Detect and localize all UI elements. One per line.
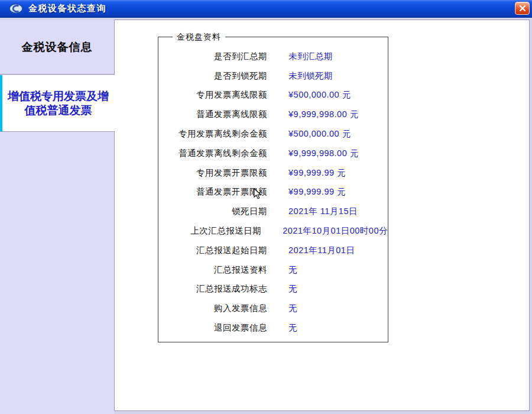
table-row: 退回发票信息 无 <box>158 318 388 338</box>
field-label: 汇总报送资料 <box>158 264 267 276</box>
table-row: 专用发票开票限额 ¥99,999.99 元 <box>158 163 388 183</box>
app-icon <box>9 4 23 14</box>
window-title: 金税设备状态查询 <box>28 3 106 14</box>
selected-tab-accent-bar <box>0 75 2 131</box>
field-label: 普通发票离线剩余金额 <box>158 148 267 159</box>
table-row: 普通发票离线剩余金额 ¥9,999,998.00 元 <box>158 144 388 163</box>
sidebar-item-label: 金税设备信息 <box>22 40 93 55</box>
field-label: 专用发票离线限额 <box>158 89 267 101</box>
field-label: 普通发票开票限额 <box>158 186 267 198</box>
table-row: 是否到锁死期 未到锁死期 <box>158 66 388 86</box>
table-row: 购入发票信息 无 <box>158 299 388 318</box>
field-value: 无 <box>288 322 297 334</box>
field-value: 无 <box>288 264 297 276</box>
field-label: 汇总报送起始日期 <box>158 245 267 256</box>
field-label: 专用发票开票限额 <box>158 167 267 179</box>
field-value: 无 <box>288 303 297 314</box>
field-label: 购入发票信息 <box>158 303 267 314</box>
field-value: 2021年10月01日00时00分 <box>283 225 388 237</box>
field-value: 无 <box>288 283 297 295</box>
field-label: 是否到锁死期 <box>158 70 267 82</box>
sidebar-item-label-line1: 增值税专用发票及增 <box>8 89 109 104</box>
golden-tax-disk-groupbox: 金税盘资料 是否到汇总期 未到汇总期 是否到锁死期 未到锁死期 专用发票离线限额… <box>158 37 388 342</box>
field-label: 上次汇总报送日期 <box>158 225 261 237</box>
field-value: 2021年 11月15日 <box>288 206 358 217</box>
field-value: 2021年11月01日 <box>288 245 355 256</box>
table-row: 上次汇总报送日期 2021年10月01日00时00分 <box>158 221 388 241</box>
field-label: 专用发票离线剩余金额 <box>158 128 267 140</box>
sidebar-filler <box>0 131 114 414</box>
table-row: 汇总报送起始日期 2021年11月01日 <box>158 241 388 260</box>
app-window: 金税设备状态查询 金税设备信息 增值税专用发票及增 值税普通发票 金税盘资料 是… <box>0 0 532 414</box>
field-value: ¥500,000.00 元 <box>288 128 351 140</box>
sidebar-item-vat-invoices[interactable]: 增值税专用发票及增 值税普通发票 <box>0 75 116 131</box>
table-row: 普通发票离线限额 ¥9,999,998.00 元 <box>158 105 388 124</box>
table-row: 专用发票离线剩余金额 ¥500,000.00 元 <box>158 124 388 144</box>
field-label: 锁死日期 <box>158 206 267 217</box>
field-value: ¥500,000.00 元 <box>288 89 351 101</box>
titlebar[interactable]: 金税设备状态查询 <box>0 0 532 18</box>
field-label: 是否到汇总期 <box>158 51 267 62</box>
field-label: 汇总报送成功标志 <box>158 283 267 295</box>
field-value: 未到汇总期 <box>288 51 333 62</box>
close-button[interactable] <box>515 2 530 15</box>
field-value: 未到锁死期 <box>288 70 333 82</box>
field-value: ¥99,999.99 元 <box>288 186 346 198</box>
table-row: 普通发票开票限额 ¥99,999.99 元 <box>158 183 388 202</box>
field-value: ¥9,999,998.00 元 <box>288 148 359 159</box>
table-row: 汇总报送成功标志 无 <box>158 280 388 299</box>
field-value: ¥99,999.99 元 <box>288 167 346 179</box>
table-row: 专用发票离线限额 ¥500,000.00 元 <box>158 86 388 105</box>
status-rows: 是否到汇总期 未到汇总期 是否到锁死期 未到锁死期 专用发票离线限额 ¥500,… <box>158 37 388 338</box>
table-row: 是否到汇总期 未到汇总期 <box>158 47 388 66</box>
field-label: 退回发票信息 <box>158 322 267 334</box>
sidebar-item-label-line2: 值税普通发票 <box>25 104 92 118</box>
table-row: 锁死日期 2021年 11月15日 <box>158 202 388 221</box>
sidebar-item-device-info[interactable]: 金税设备信息 <box>0 20 114 75</box>
close-icon <box>519 5 526 12</box>
field-label: 普通发票离线限额 <box>158 109 267 120</box>
table-row: 汇总报送资料 无 <box>158 260 388 280</box>
field-value: ¥9,999,998.00 元 <box>288 109 359 120</box>
